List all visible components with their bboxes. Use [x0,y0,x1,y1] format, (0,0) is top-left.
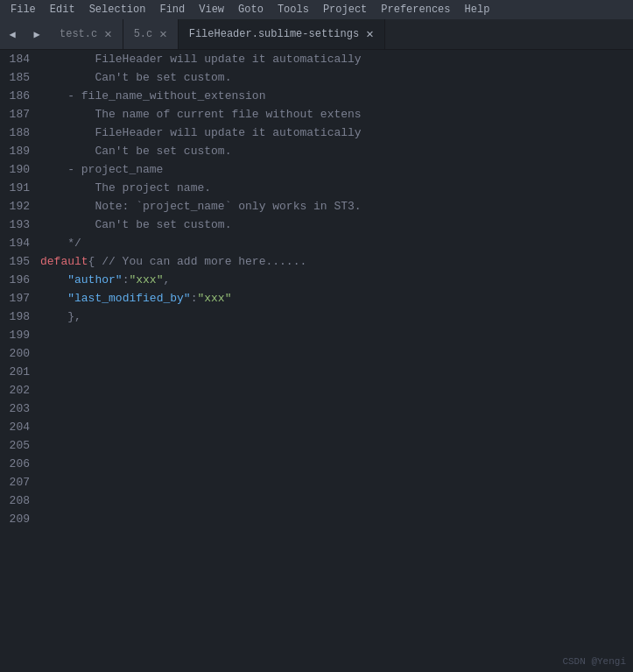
line-number-205: 205 [7,436,30,455]
line-number-194: 194 [7,234,30,252]
code-line-203: Can't be set custom. [40,216,633,234]
line-number-201: 201 [7,363,30,381]
tab-test-c-close[interactable]: ✕ [104,28,111,40]
line-number-190: 190 [7,160,30,179]
code-line-187: Can't be set custom. [40,68,633,87]
line-number-195: 195 [7,252,30,271]
code-line-199: The project name. [40,179,633,197]
menu-find[interactable]: Find [152,2,192,18]
editor-content: 1841851861871881891901911921931941951961… [0,50,633,672]
line-numbers: 1841851861871881891901911921931941951961… [0,50,37,672]
menu-file[interactable]: File [4,2,43,18]
code-line-206: default{ // You can add more here...... [40,252,633,271]
line-number-187: 187 [7,105,30,124]
code-line-185: FileHeader will update it automatically [40,50,633,68]
code-line-193: FileHeader will update it automatically [40,124,633,142]
line-number-206: 206 [7,455,30,473]
menu-tools[interactable]: Tools [271,2,316,18]
code-line-201: Note: `project_name` only works in ST3. [40,197,633,216]
tab-5-c-label: 5.c [134,28,153,40]
line-number-204: 204 [7,418,30,436]
code-line-195: Can't be set custom. [40,142,633,160]
line-number-196: 196 [7,271,30,289]
tab-fileheader-settings-label: FileHeader.sublime-settings [189,28,359,40]
code-line-209: }, [40,308,633,326]
line-number-209: 209 [7,510,30,528]
line-number-186: 186 [7,87,30,105]
line-number-184: 184 [7,50,30,68]
tab-fileheader-settings[interactable]: FileHeader.sublime-settings ✕ [179,19,385,49]
tab-5-c[interactable]: 5.c ✕ [123,19,179,49]
line-number-199: 199 [7,326,30,344]
code-line-204: */ [40,234,633,252]
code-line-191: The name of current file without extens [40,105,633,124]
menu-selection[interactable]: Selection [82,2,153,18]
line-number-197: 197 [7,289,30,308]
menubar: File Edit Selection Find View Goto Tools… [0,0,633,19]
line-number-198: 198 [7,308,30,326]
line-number-192: 192 [7,197,30,216]
line-number-202: 202 [7,381,30,400]
line-number-191: 191 [7,179,30,197]
line-number-208: 208 [7,492,30,510]
tab-nav-left[interactable]: ◀ [0,19,25,49]
menu-project[interactable]: Project [316,2,374,18]
watermark: CSDN @Yengi [562,656,626,667]
tabbar: ◀ ▶ test.c ✕ 5.c ✕ FileHeader.sublime-se… [0,19,633,50]
tab-nav-right[interactable]: ▶ [25,19,49,49]
code-area[interactable]: FileHeader will update it automatically … [37,50,633,672]
line-number-193: 193 [7,216,30,234]
line-number-203: 203 [7,400,30,418]
code-line-189: - file_name_without_extension [40,87,633,105]
line-number-207: 207 [7,473,30,492]
line-number-185: 185 [7,68,30,87]
editor: 1841851861871881891901911921931941951961… [0,50,633,672]
tab-test-c[interactable]: test.c ✕ [49,19,123,49]
menu-goto[interactable]: Goto [231,2,271,18]
tab-fileheader-settings-close[interactable]: ✕ [366,28,373,40]
code-line-197: - project_name [40,160,633,179]
code-line-208: "last_modified_by":"xxx" [40,289,633,308]
menu-preferences[interactable]: Preferences [374,2,457,18]
menu-help[interactable]: Help [458,2,497,18]
line-number-200: 200 [7,344,30,363]
menu-edit[interactable]: Edit [43,2,82,18]
line-number-189: 189 [7,142,30,160]
tab-test-c-label: test.c [60,28,97,40]
menu-view[interactable]: View [192,2,231,18]
line-number-188: 188 [7,124,30,142]
code-line-207: "author":"xxx", [40,271,633,289]
tab-5-c-close[interactable]: ✕ [159,28,166,40]
